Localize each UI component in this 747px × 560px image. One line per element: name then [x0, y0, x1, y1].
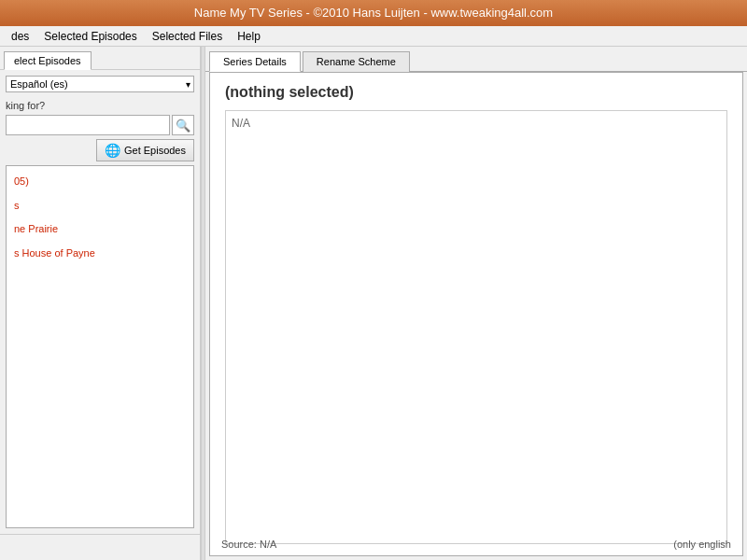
menu-item-selected-episodes[interactable]: Selected Episodes [36, 28, 144, 45]
menu-item-episodes[interactable]: des [4, 28, 36, 45]
globe-icon: 🌐 [105, 143, 120, 158]
menu-bar: des Selected Episodes Selected Files Hel… [0, 26, 747, 47]
get-episodes-label: Get Episodes [124, 145, 186, 156]
language-select[interactable]: Español (es) English (en) Deutsch (de) F… [6, 76, 194, 92]
list-item[interactable]: ne Prairie [7, 217, 193, 242]
nothing-selected-label: (nothing selected) [225, 84, 727, 101]
tab-rename-scheme[interactable]: Rename Scheme [303, 51, 410, 72]
right-tab-strip: Series Details Rename Scheme [205, 47, 747, 72]
title-text: Name My TV Series - ©2010 Hans Luijten -… [194, 6, 553, 20]
search-row: 🔍 [6, 115, 194, 135]
language-selector-wrapper: Español (es) English (en) Deutsch (de) F… [6, 76, 194, 92]
search-input[interactable] [6, 115, 170, 135]
source-bar: Source: N/A (only english [221, 539, 731, 550]
get-episodes-button[interactable]: 🌐 Get Episodes [96, 139, 194, 161]
description-placeholder: N/A [232, 117, 250, 130]
only-english-note: (only english [673, 539, 731, 550]
left-tab-strip: elect Episodes [0, 47, 200, 70]
left-content: Español (es) English (en) Deutsch (de) F… [0, 70, 200, 534]
main-container: elect Episodes Español (es) English (en)… [0, 47, 747, 560]
list-item[interactable]: s [7, 194, 193, 218]
left-bottom-bar [0, 534, 200, 560]
search-label: king for? [6, 100, 194, 111]
search-button[interactable]: 🔍 [172, 115, 194, 135]
series-list[interactable]: 05) s ne Prairie s House of Payne [6, 165, 194, 528]
list-item[interactable]: s House of Payne [7, 242, 193, 266]
search-icon: 🔍 [176, 119, 190, 133]
right-content: (nothing selected) N/A Source: N/A (only… [209, 72, 743, 556]
menu-item-selected-files[interactable]: Selected Files [145, 28, 230, 45]
description-box: N/A [225, 110, 727, 544]
right-panel: Series Details Rename Scheme (nothing se… [205, 47, 747, 560]
menu-item-help[interactable]: Help [230, 28, 268, 45]
left-tab-button[interactable]: elect Episodes [4, 51, 92, 70]
source-label: Source: N/A [221, 539, 276, 550]
list-item[interactable]: 05) [7, 170, 193, 194]
tab-series-details[interactable]: Series Details [209, 51, 301, 72]
title-bar: Name My TV Series - ©2010 Hans Luijten -… [0, 0, 747, 26]
left-panel: elect Episodes Español (es) English (en)… [0, 47, 201, 560]
